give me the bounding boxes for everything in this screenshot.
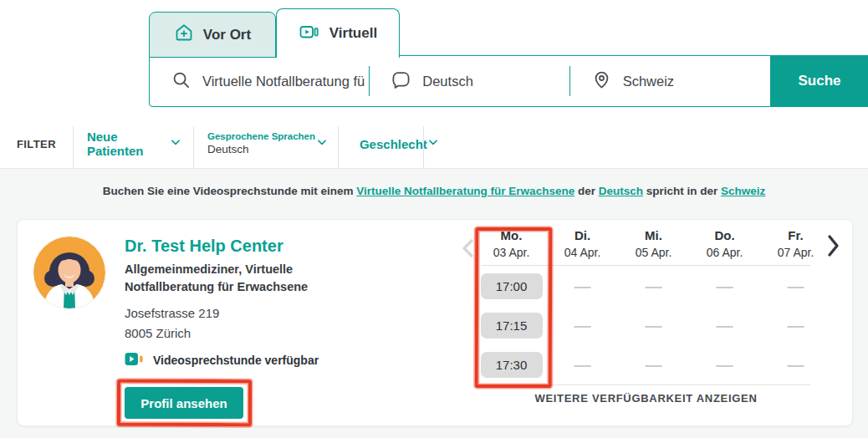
house-plus-icon (174, 23, 194, 47)
doctor-name[interactable]: Dr. Test Help Center (125, 237, 283, 256)
search-submit-button[interactable]: Suche (771, 55, 868, 107)
chevron-down-icon (316, 136, 328, 151)
filter-gender-label: Geschlecht (360, 137, 427, 151)
banner-text: der (574, 185, 599, 197)
no-slot-marker: — (623, 352, 685, 378)
day-column-mi: Mi. 05 Apr. — — — (618, 227, 689, 378)
day-label: Do. (707, 227, 743, 245)
calendar-prev-button[interactable] (460, 238, 477, 261)
no-slot-marker: — (623, 313, 685, 339)
day-label: Fr. (778, 227, 814, 245)
banner-specialty-link[interactable]: Virtuelle Notfallberatung für Erwachsene (356, 185, 574, 197)
time-slot-button[interactable]: 17:30 (481, 352, 543, 378)
no-slot-marker: — (765, 313, 827, 339)
tab-vor-ort-label: Vor Ort (203, 27, 251, 43)
no-slot-marker: — (552, 313, 614, 339)
language-text: Deutsch (422, 74, 473, 89)
date-label: 03 Apr. (493, 245, 530, 261)
location-text: Schweiz (623, 74, 674, 89)
location-input[interactable]: Schweiz (570, 56, 770, 106)
no-slot-marker: — (694, 352, 756, 378)
map-pin-icon (592, 70, 611, 93)
video-availability-label: Videosprechstunde verfügbar (153, 354, 319, 367)
filter-languages-label: Gesprochene Sprachen (207, 130, 315, 142)
no-slot-marker: — (623, 273, 685, 299)
no-slot-marker: — (694, 273, 756, 299)
divider (423, 126, 424, 168)
doctor-address: Josefstrasse 219 8005 Zürich (125, 303, 219, 344)
time-slot-button[interactable]: 17:00 (481, 273, 543, 299)
banner-text: spricht in der (643, 185, 721, 197)
search-query-input[interactable]: Virtuelle Notfallberatung fü (150, 56, 369, 106)
filter-bar: FILTER Neue Patienten Gesprochene Sprach… (0, 120, 868, 169)
no-slot-marker: — (765, 273, 827, 299)
date-label: 06 Apr. (707, 245, 743, 261)
day-label: Mo. (493, 227, 530, 245)
video-availability-row: Videosprechstunde verfügbar (125, 352, 319, 369)
view-profile-button[interactable]: Profil ansehen (125, 387, 243, 419)
filter-gender[interactable]: Geschlecht (339, 120, 423, 168)
date-label: 04 Apr. (564, 245, 601, 261)
search-bar: Virtuelle Notfallberatung fü Deutsch Sch… (149, 55, 771, 107)
filter-label: FILTER (0, 138, 73, 150)
no-slot-marker: — (694, 313, 756, 339)
banner-text: Buchen Sie eine Videosprechstunde mit ei… (103, 185, 357, 197)
tab-virtuell-label: Virtuell (329, 25, 377, 42)
calendar-header-divider (482, 265, 810, 266)
day-column-di: Di. 04 Apr. — — — (547, 227, 618, 378)
doctor-card: Dr. Test Help Center Allgemeinmediziner,… (17, 219, 853, 426)
address-line-2: 8005 Zürich (125, 323, 219, 344)
filter-spoken-languages[interactable]: Gesprochene Sprachen Deutsch (194, 120, 338, 168)
search-icon (171, 70, 191, 93)
no-slot-marker: — (552, 352, 614, 378)
day-column-do: Do. 06 Apr. — — — (689, 227, 760, 378)
day-label: Di. (564, 227, 601, 245)
video-camera-icon (299, 22, 320, 46)
language-input[interactable]: Deutsch (370, 56, 569, 106)
filter-new-patients-label: Neue Patienten (87, 130, 170, 158)
doctor-avatar[interactable] (33, 237, 105, 308)
search-query-text: Virtuelle Notfallberatung fü (202, 74, 365, 89)
tab-virtuell[interactable]: Virtuell (276, 8, 400, 58)
date-label: 07 Apr. (778, 245, 814, 261)
filter-languages-value: Deutsch (207, 143, 315, 157)
no-slot-marker: — (552, 273, 614, 299)
date-label: 05 Apr. (636, 245, 672, 261)
address-line-1: Josefstrasse 219 (125, 303, 219, 323)
calendar-footer-divider (482, 385, 810, 385)
filter-new-patients[interactable]: Neue Patienten (74, 120, 193, 168)
day-column-fr: Fr. 07 Apr. — — — (760, 227, 831, 378)
speech-bubble-icon (391, 70, 411, 93)
video-badge-icon (125, 352, 145, 369)
day-label: Mi. (636, 227, 672, 245)
search-summary-banner: Buchen Sie eine Videosprechstunde mit ei… (0, 185, 868, 197)
banner-language-link[interactable]: Deutsch (599, 185, 643, 197)
doctor-specialty: Allgemeinmediziner, Virtuelle Notfallber… (125, 261, 363, 296)
day-column-mo: Mo. 03 Apr. 17:00 17:15 17:30 (476, 227, 547, 378)
banner-location-link[interactable]: Schweiz (721, 185, 765, 197)
chevron-down-icon (427, 136, 439, 151)
more-availability-link[interactable]: WEITERE VERFÜGBARKEIT ANZEIGEN (482, 392, 810, 405)
no-slot-marker: — (765, 352, 827, 378)
chevron-down-icon (170, 136, 181, 151)
availability-grid: Mo. 03 Apr. 17:00 17:15 17:30 Di. 04 Apr… (476, 227, 831, 378)
tab-vor-ort[interactable]: Vor Ort (149, 12, 276, 58)
time-slot-button[interactable]: 17:15 (481, 313, 543, 339)
